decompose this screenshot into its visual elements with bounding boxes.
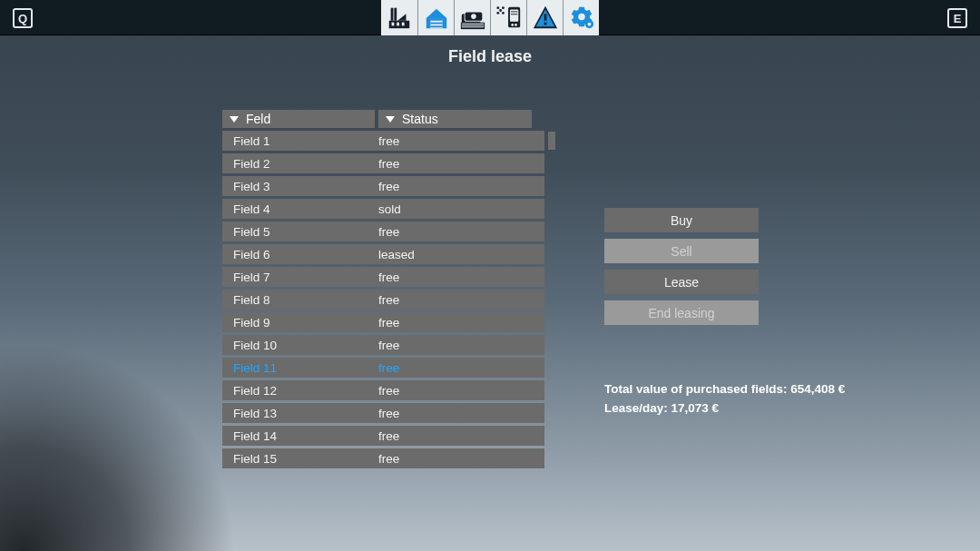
next-key-hint[interactable]: E [947,8,967,28]
sort-desc-icon [386,116,395,123]
field-name-cell: Field 11 [222,361,378,375]
nav-gear-icon[interactable] [563,0,599,35]
table-row[interactable]: Field 10free [222,335,544,355]
svg-rect-28 [510,14,517,15]
svg-point-30 [514,24,517,26]
svg-rect-10 [430,23,442,25]
svg-rect-34 [544,23,546,25]
svg-point-15 [471,14,476,19]
table-row[interactable]: Field 4sold [222,199,544,219]
sort-desc-icon [230,116,239,123]
svg-rect-4 [392,23,395,26]
svg-point-20 [499,9,502,12]
column-header-status[interactable]: Status [378,110,532,128]
svg-rect-17 [461,24,483,25]
svg-rect-2 [394,8,397,21]
table-row[interactable]: Field 12free [222,380,544,400]
column-header-feld[interactable]: Feld [222,110,375,128]
nav-icon-strip [381,0,599,35]
svg-point-22 [502,12,505,15]
svg-rect-27 [510,11,517,12]
column-header-status-label: Status [402,112,438,126]
field-status-cell: free [378,339,399,352]
svg-point-35 [578,14,585,21]
column-header-feld-label: Feld [246,112,270,126]
page-title: Field lease [0,47,980,66]
svg-rect-9 [430,19,442,21]
lease-per-day-label: Lease/day: 17,073 € [604,399,845,418]
svg-rect-5 [397,23,399,26]
buy-button[interactable]: Buy [604,208,759,232]
lease-button[interactable]: Lease [604,270,759,294]
field-name-cell: Field 8 [222,293,378,307]
sell-button: Sell [604,239,759,263]
info-panel: Total value of purchased fields: 654,408… [604,380,845,418]
svg-point-23 [496,12,499,15]
field-name-cell: Field 1 [222,134,378,148]
end-leasing-button: End leasing [604,300,759,325]
field-status-cell: free [378,384,399,398]
svg-rect-1 [391,8,394,21]
field-name-cell: Field 7 [222,271,378,284]
svg-rect-11 [430,25,442,27]
nav-building-icon[interactable] [417,0,454,35]
nav-warning-icon[interactable] [526,0,563,35]
nav-spray-icon[interactable] [490,0,526,35]
field-status-cell: free [378,271,399,284]
field-name-cell: Field 5 [222,225,378,239]
table-row[interactable]: Field 7free [222,267,544,287]
table-row[interactable]: Field 9free [222,312,544,332]
field-status-cell: free [378,225,399,239]
table-row[interactable]: Field 6leased [222,244,544,264]
field-name-cell: Field 12 [222,384,378,398]
svg-point-37 [587,23,591,26]
field-status-cell: free [378,429,399,443]
table-row[interactable]: Field 15free [222,448,544,468]
svg-point-29 [511,24,514,26]
table-row[interactable]: Field 1free [222,131,544,151]
nav-factory-icon[interactable] [381,0,417,35]
field-status-cell: free [378,407,399,420]
background-silhouette [0,342,236,551]
field-name-cell: Field 2 [222,157,378,171]
svg-marker-3 [397,14,406,21]
svg-point-21 [502,6,505,9]
field-name-cell: Field 3 [222,180,378,193]
field-name-cell: Field 9 [222,316,378,330]
field-name-cell: Field 13 [222,407,378,420]
total-value-label: Total value of purchased fields: 654,408… [604,380,845,399]
svg-rect-6 [402,23,405,26]
prev-key-hint[interactable]: Q [13,8,33,28]
table-row[interactable]: Field 14free [222,426,544,446]
field-name-cell: Field 10 [222,339,378,352]
field-name-cell: Field 15 [222,452,378,466]
svg-rect-18 [461,25,483,25]
table-row[interactable]: Field 5free [222,221,544,241]
field-status-cell: free [378,452,399,466]
field-name-cell: Field 4 [222,202,378,216]
field-name-cell: Field 6 [222,248,378,261]
field-status-cell: free [378,134,399,148]
field-status-cell: free [378,157,399,171]
scrollbar-track[interactable] [548,132,555,475]
table-row[interactable]: Field 3free [222,176,544,196]
table-row[interactable]: Field 8free [222,290,544,310]
nav-money-icon[interactable] [454,0,490,35]
field-table: Feld Status Field 1freeField 2freeField … [222,110,544,468]
field-status-cell: free [378,316,399,330]
field-status-cell: free [378,180,399,193]
field-status-cell: sold [378,202,401,216]
table-row[interactable]: Field 13free [222,403,544,423]
table-row[interactable]: Field 11free [222,358,544,378]
top-bar: Q E [0,0,980,35]
field-status-cell: free [378,293,399,307]
table-row[interactable]: Field 2free [222,153,544,173]
svg-rect-19 [461,26,483,27]
field-status-cell: free [378,361,399,375]
action-panel: Buy Sell Lease End leasing [604,208,759,325]
svg-point-24 [496,6,499,9]
svg-rect-33 [544,14,546,21]
field-name-cell: Field 14 [222,429,378,443]
scrollbar-thumb[interactable] [548,132,555,150]
field-status-cell: leased [378,248,415,261]
